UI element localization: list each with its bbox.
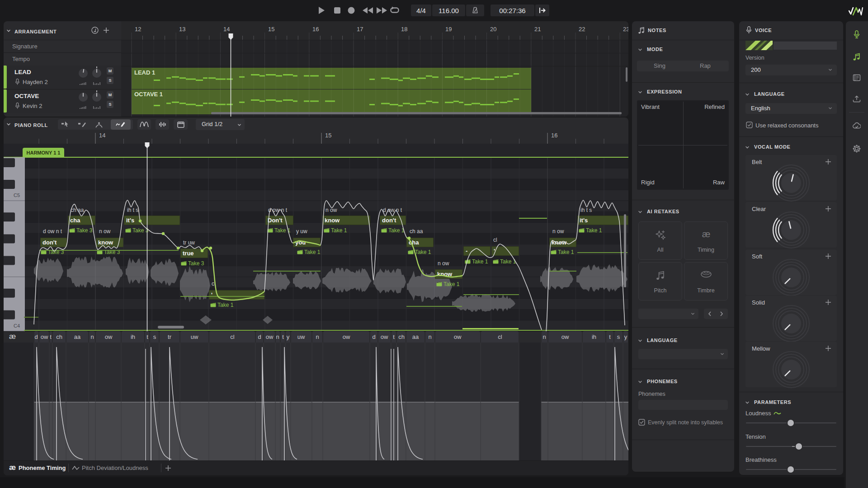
svg-text:tr: tr bbox=[168, 333, 172, 340]
svg-text:18: 18 bbox=[401, 26, 407, 33]
svg-text:22: 22 bbox=[579, 26, 585, 33]
svg-text:uw: uw bbox=[191, 333, 198, 340]
svg-text:n: n bbox=[276, 333, 279, 340]
svg-text:ow: ow bbox=[41, 333, 48, 340]
svg-text:d: d bbox=[372, 333, 375, 340]
svg-text:ih: ih bbox=[131, 333, 135, 340]
svg-text:æ: æ bbox=[702, 230, 710, 239]
svg-text:y: y bbox=[287, 333, 290, 340]
svg-text:17: 17 bbox=[357, 26, 363, 33]
svg-text:ih: ih bbox=[592, 333, 596, 340]
svg-text:14: 14 bbox=[223, 26, 230, 33]
svg-text:s: s bbox=[153, 333, 156, 340]
svg-text:ch: ch bbox=[398, 333, 405, 340]
svg-text:16: 16 bbox=[312, 26, 319, 33]
svg-text:16: 16 bbox=[551, 132, 557, 139]
svg-text:19: 19 bbox=[445, 26, 452, 33]
svg-text:ow: ow bbox=[105, 333, 113, 340]
svg-text:d: d bbox=[34, 333, 38, 340]
svg-text:15: 15 bbox=[268, 26, 274, 33]
svg-text:t: t bbox=[146, 333, 148, 340]
svg-text:t: t bbox=[282, 333, 284, 340]
svg-text:13: 13 bbox=[179, 26, 185, 33]
svg-text:n: n bbox=[316, 333, 319, 340]
svg-text:ow: ow bbox=[381, 333, 388, 340]
svg-text:21: 21 bbox=[534, 26, 541, 33]
svg-text:t: t bbox=[609, 333, 611, 340]
svg-text:t: t bbox=[50, 333, 52, 340]
svg-text:cl: cl bbox=[498, 333, 502, 340]
svg-text:y: y bbox=[624, 333, 627, 340]
svg-text:n: n bbox=[542, 333, 546, 340]
svg-text:cl: cl bbox=[230, 333, 235, 340]
svg-text:ch: ch bbox=[56, 333, 62, 340]
svg-text:n: n bbox=[90, 333, 94, 340]
svg-text:aa: aa bbox=[74, 333, 81, 340]
svg-text:t: t bbox=[393, 333, 395, 340]
svg-text:23: 23 bbox=[623, 26, 628, 33]
svg-text:n: n bbox=[428, 333, 431, 340]
svg-text:14: 14 bbox=[99, 132, 105, 139]
svg-text:s: s bbox=[617, 333, 620, 340]
svg-text:15: 15 bbox=[325, 132, 331, 139]
svg-text:aa: aa bbox=[412, 333, 419, 340]
svg-text:d: d bbox=[258, 333, 261, 340]
svg-text:uw: uw bbox=[297, 333, 305, 340]
svg-text:20: 20 bbox=[490, 26, 496, 33]
svg-text:ow: ow bbox=[454, 333, 462, 340]
svg-text:ow: ow bbox=[343, 333, 350, 340]
svg-text:12: 12 bbox=[135, 26, 141, 33]
svg-text:ow: ow bbox=[266, 333, 274, 340]
svg-text:ow: ow bbox=[561, 333, 569, 340]
